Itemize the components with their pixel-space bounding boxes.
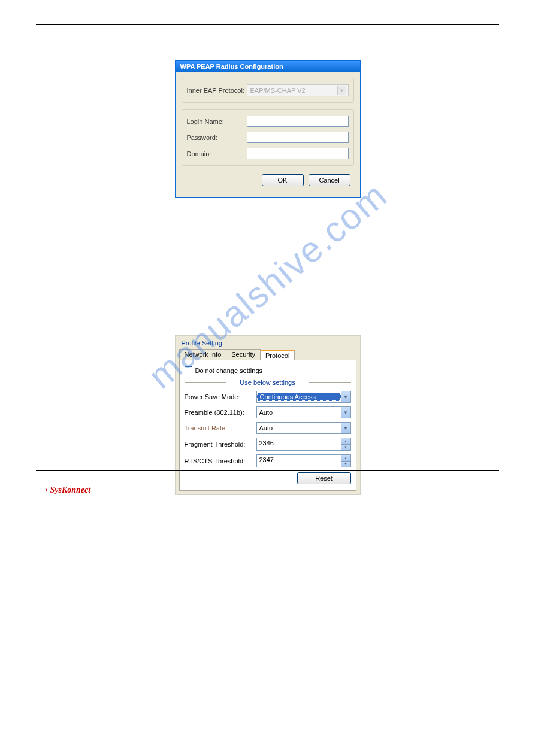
spin-up-icon[interactable]: ▲	[341, 438, 350, 445]
preamble-value: Auto	[257, 409, 341, 416]
fragment-threshold-spinner[interactable]: 2346 ▲ ▼	[256, 438, 351, 451]
chevron-down-icon: ▼	[337, 86, 346, 95]
preamble-select[interactable]: Auto ▼	[256, 406, 351, 418]
credentials-groupbox: Login Name: Password: Domain:	[182, 109, 354, 166]
reset-button[interactable]: Reset	[297, 472, 351, 484]
login-input[interactable]	[247, 116, 349, 127]
page-rule-top	[36, 24, 499, 25]
logo-swoosh-icon: ⟶	[36, 485, 48, 494]
cancel-button[interactable]: Cancel	[309, 174, 350, 186]
domain-label: Domain:	[187, 150, 247, 157]
fragment-threshold-value: 2346	[257, 438, 341, 450]
tabs: Network Info Security Protocol	[179, 349, 356, 360]
rtscts-threshold-spinner[interactable]: 2347 ▲ ▼	[256, 454, 351, 467]
fragment-threshold-label: Fragment Threshold:	[185, 441, 256, 448]
transmit-rate-value: Auto	[257, 424, 341, 432]
chevron-down-icon: ▼	[341, 407, 350, 418]
password-input[interactable]	[247, 132, 349, 143]
tab-protocol[interactable]: Protocol	[260, 350, 295, 360]
syskonnect-logo: ⟶ SysKonnect	[36, 485, 90, 495]
protocol-tabpanel: Do not change settings Use below setting…	[179, 360, 356, 491]
logo-text: SysKonnect	[50, 485, 91, 494]
do-not-change-label: Do not change settings	[195, 367, 263, 374]
eap-groupbox: Inner EAP Protocol: EAP/MS-CHAP V2 ▼	[182, 78, 354, 103]
login-label: Login Name:	[187, 118, 247, 125]
tab-security[interactable]: Security	[226, 349, 261, 360]
power-save-label: Power Save Mode:	[185, 393, 256, 400]
domain-input[interactable]	[247, 148, 349, 159]
power-save-value: Continuous Access	[257, 393, 341, 401]
preamble-label: Preamble (802.11b):	[185, 409, 256, 416]
transmit-rate-select[interactable]: Auto ▼	[256, 422, 351, 434]
tab-network-info[interactable]: Network Info	[179, 349, 227, 360]
rtscts-threshold-value: 2347	[257, 455, 341, 467]
chevron-down-icon: ▼	[341, 391, 350, 402]
ok-button[interactable]: OK	[262, 174, 304, 186]
rtscts-threshold-label: RTS/CTS Threshold:	[185, 457, 256, 464]
profile-setting-title: Profile Setting	[179, 339, 356, 347]
do-not-change-checkbox[interactable]	[185, 366, 192, 374]
power-save-select[interactable]: Continuous Access ▼	[256, 391, 351, 403]
use-below-divider: Use below settings	[185, 379, 351, 386]
spin-down-icon[interactable]: ▼	[341, 462, 350, 467]
inner-eap-value: EAP/MS-CHAP V2	[250, 87, 306, 94]
chevron-down-icon: ▼	[341, 423, 350, 433]
inner-eap-label: Inner EAP Protocol:	[187, 87, 247, 94]
spin-up-icon[interactable]: ▲	[341, 455, 350, 462]
dialog-title: WPA PEAP Radius Configuration	[176, 61, 360, 72]
transmit-rate-label: Transmit Rate:	[185, 424, 256, 432]
wpa-peap-dialog: WPA PEAP Radius Configuration Inner EAP …	[175, 60, 361, 198]
inner-eap-combo[interactable]: EAP/MS-CHAP V2 ▼	[247, 84, 349, 96]
password-label: Password:	[187, 134, 247, 141]
spin-down-icon[interactable]: ▼	[341, 445, 350, 451]
page-rule-bottom	[36, 470, 499, 471]
